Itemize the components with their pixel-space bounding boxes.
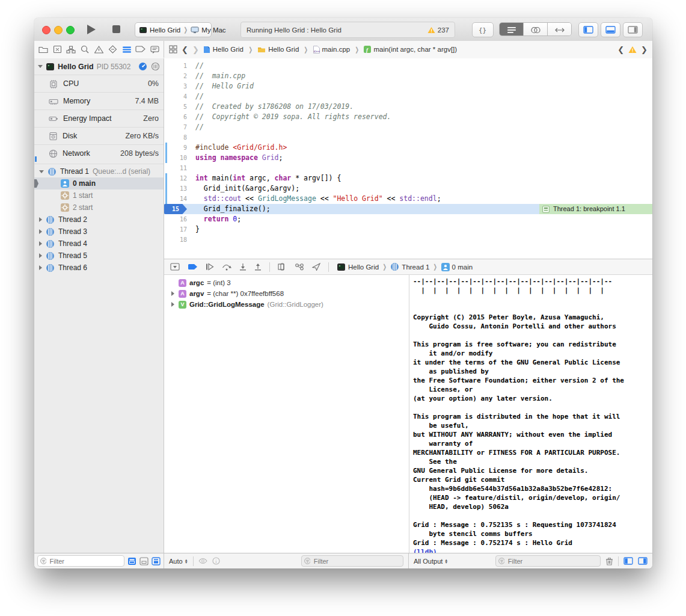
source-editor[interactable]: 1//2// main.cpp3// Hello Grid4//5// Crea… (164, 58, 652, 259)
show-threads-by-queue-toggle-icon[interactable] (152, 557, 161, 565)
line-number[interactable]: 8 (164, 132, 187, 143)
console-filter-input[interactable] (507, 557, 598, 565)
library-button[interactable]: {} (472, 22, 494, 37)
breakpoint-annotation[interactable]: Thread 1: breakpoint 1.1 (539, 204, 652, 214)
stack-frame-row[interactable]: 0 main (34, 177, 164, 189)
variable-row[interactable]: Aargv= (char **) 0x7ffeefbff568 (164, 288, 409, 299)
navigator-breakpoints-button[interactable] (134, 43, 147, 56)
show-crashed-threads-toggle-icon[interactable] (139, 557, 149, 565)
toggle-debug-area-button[interactable] (601, 22, 620, 37)
assistant-editor-button[interactable] (523, 23, 547, 36)
simulate-location-button[interactable] (312, 263, 320, 271)
toggle-inspectors-button[interactable] (623, 22, 643, 37)
line-number[interactable]: 1 (164, 61, 187, 71)
debug-crumb[interactable]: Hello Grid (337, 263, 379, 271)
step-over-button[interactable] (222, 263, 231, 271)
line-number[interactable]: 5 (164, 102, 187, 112)
breadcrumb-group[interactable]: Hello Grid (257, 46, 299, 53)
navigator-find-button[interactable] (78, 43, 91, 56)
process-row[interactable]: Hello Grid PID 55302 (34, 58, 164, 75)
debug-crumb[interactable]: 0 main (441, 263, 473, 271)
variable-row[interactable]: VGrid::GridLogMessage(Grid::GridLogger) (164, 299, 409, 310)
line-number[interactable]: 18 (164, 235, 187, 245)
toggle-variables-view-button[interactable] (623, 557, 633, 565)
gauge-row-disk[interactable]: DiskZero KB/s (34, 127, 164, 144)
toggle-navigator-button[interactable] (578, 22, 598, 37)
back-button[interactable]: ❮ (182, 45, 188, 54)
close-window-button[interactable] (42, 26, 51, 34)
continue-button[interactable] (206, 263, 214, 271)
navigator-project-button[interactable] (37, 43, 50, 56)
version-editor-button[interactable] (547, 23, 571, 36)
zoom-window-button[interactable] (66, 26, 75, 34)
breadcrumb-file[interactable]: c++ main.cpp (313, 46, 351, 54)
stack-frame-row[interactable]: 2 start (34, 202, 164, 214)
step-out-button[interactable] (254, 263, 262, 271)
navigator-issues-button[interactable] (93, 43, 106, 56)
navigator-source-control-button[interactable] (51, 43, 64, 56)
disclosure-triangle-icon[interactable] (171, 302, 174, 307)
breakpoints-toggle-button[interactable] (188, 263, 198, 271)
gauge-row-energy-impact[interactable]: Energy ImpactZero (34, 109, 164, 127)
line-number[interactable]: 17 (164, 224, 187, 235)
console-view[interactable]: --|--|--|--|--|--|--|--|--|--|--|--|--|-… (409, 275, 652, 553)
console-filter-field[interactable] (495, 555, 601, 567)
line-number[interactable]: 13 (164, 183, 187, 194)
thread-row[interactable]: Thread 1Queue:...d (serial) (34, 165, 164, 177)
navigator-tests-button[interactable] (106, 43, 120, 56)
debug-memory-graph-button[interactable] (295, 263, 304, 271)
debug-view-hierarchy-button[interactable] (278, 263, 287, 271)
disclosure-triangle-icon[interactable] (39, 229, 42, 234)
console-output-popup[interactable]: All Output ▲▼ (414, 558, 448, 565)
clear-console-trash-icon[interactable] (605, 557, 613, 565)
breakpoint-badge[interactable]: 15 (164, 204, 187, 214)
breadcrumb-symbol[interactable]: f main(int argc, char * argv[]) (364, 46, 457, 53)
hide-debug-area-button[interactable] (170, 263, 180, 271)
thread-row[interactable]: Thread 4 (34, 238, 164, 250)
line-number[interactable]: 2 (164, 71, 187, 81)
line-number[interactable]: 16 (164, 214, 187, 224)
debug-crumb[interactable]: Thread 1 (390, 262, 429, 271)
navigator-debug-button[interactable] (120, 43, 133, 56)
disclosure-triangle-icon[interactable] (39, 241, 42, 246)
variable-row[interactable]: Aargc= (int) 3 (164, 277, 409, 288)
navigator-filter-input[interactable] (49, 557, 121, 565)
thread-row[interactable]: Thread 2 (34, 214, 164, 226)
line-number[interactable]: 14 (164, 194, 187, 204)
gauge-row-network[interactable]: Network208 bytes/s (34, 144, 164, 162)
line-number[interactable]: 6 (164, 112, 187, 122)
disclosure-triangle-icon[interactable] (39, 265, 42, 270)
line-number[interactable]: 3 (164, 81, 187, 91)
quicklook-eye-icon[interactable] (198, 558, 207, 564)
forward-button[interactable]: ❯ (192, 45, 199, 54)
navigator-filter-field[interactable] (37, 555, 124, 567)
disclosure-triangle-icon[interactable] (39, 253, 42, 258)
line-number[interactable]: 10 (164, 153, 187, 163)
line-number[interactable]: 11 (164, 163, 187, 173)
activity-viewer[interactable]: Running Hello Grid : Hello Grid 237 (240, 22, 455, 38)
standard-editor-button[interactable] (500, 23, 523, 36)
variables-scope-popup[interactable]: Auto ▲▼ (169, 558, 188, 565)
toggle-console-view-button[interactable] (638, 557, 648, 565)
line-number[interactable]: 4 (164, 91, 187, 102)
navigator-reports-button[interactable] (148, 43, 161, 56)
step-into-button[interactable] (239, 263, 247, 271)
disclosure-triangle-icon[interactable] (38, 65, 43, 68)
related-items-icon[interactable] (169, 45, 177, 54)
navigator-symbols-button[interactable] (64, 43, 78, 56)
filter-threads-icon[interactable] (151, 62, 160, 71)
gauges-indicator-icon[interactable] (138, 62, 147, 71)
stack-frame-row[interactable]: 1 start (34, 189, 164, 202)
info-icon[interactable]: i (212, 557, 220, 565)
disclosure-triangle-icon[interactable] (171, 291, 174, 296)
issue-warning-icon[interactable] (628, 46, 637, 54)
run-button[interactable] (85, 23, 98, 35)
scheme-selector[interactable]: Hello Grid ❯ My Mac (135, 22, 212, 37)
line-number[interactable]: 7 (164, 122, 187, 132)
show-running-threads-toggle-icon[interactable] (127, 557, 136, 565)
previous-issue-button[interactable]: ❮ (617, 45, 624, 54)
minimize-window-button[interactable] (54, 26, 63, 34)
thread-row[interactable]: Thread 5 (34, 250, 164, 262)
gauge-row-cpu[interactable]: CPU0% (34, 75, 164, 92)
thread-row[interactable]: Thread 6 (34, 262, 164, 274)
